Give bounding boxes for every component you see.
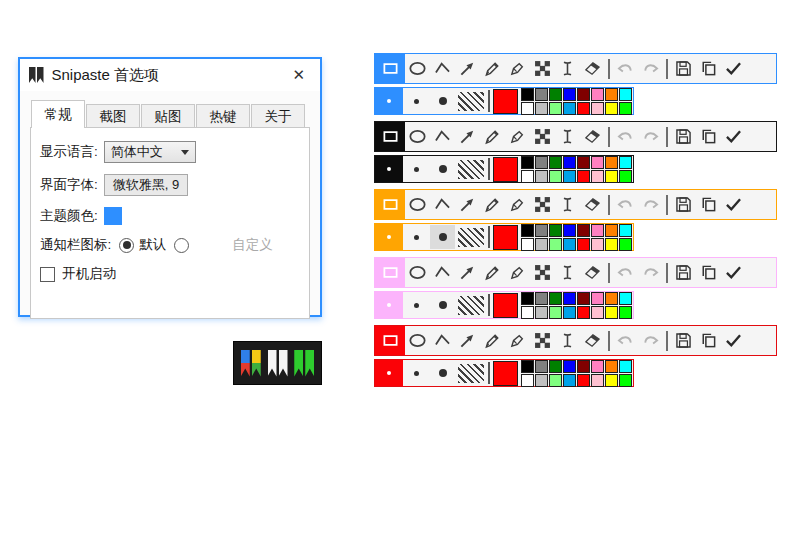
redo-button[interactable] (638, 190, 663, 219)
rectangle-tool[interactable] (375, 122, 405, 151)
stroke-small-option[interactable] (404, 361, 429, 385)
redo-button[interactable] (638, 122, 663, 151)
palette-color-swatch[interactable] (521, 102, 534, 115)
palette-color-swatch[interactable] (521, 170, 534, 183)
rectangle-tool[interactable] (375, 190, 405, 219)
palette-color-swatch[interactable] (591, 102, 604, 115)
palette-color-swatch[interactable] (577, 374, 590, 387)
palette-color-swatch[interactable] (563, 224, 576, 237)
palette-color-swatch[interactable] (549, 292, 562, 305)
arrow-tool[interactable] (455, 326, 480, 355)
stroke-size-preview[interactable] (375, 292, 403, 318)
arrow-tool[interactable] (455, 54, 480, 83)
tray-icon-white[interactable] (268, 350, 288, 377)
tray-custom-radio[interactable] (174, 238, 189, 253)
marker-tool[interactable] (505, 258, 530, 287)
palette-color-swatch[interactable] (577, 306, 590, 319)
save-button[interactable] (671, 190, 696, 219)
current-color-swatch[interactable] (493, 293, 518, 318)
palette-color-swatch[interactable] (619, 292, 632, 305)
palette-color-swatch[interactable] (591, 238, 604, 251)
tab-hotkeys[interactable]: 热键 (196, 104, 250, 128)
palette-color-swatch[interactable] (535, 360, 548, 373)
save-button[interactable] (671, 122, 696, 151)
stroke-medium-option[interactable] (430, 293, 455, 317)
palette-color-swatch[interactable] (577, 224, 590, 237)
save-button[interactable] (671, 326, 696, 355)
mosaic-tool[interactable] (530, 190, 555, 219)
stroke-size-preview[interactable] (375, 156, 403, 182)
stroke-medium-option[interactable] (430, 361, 455, 385)
palette-color-swatch[interactable] (619, 170, 632, 183)
text-tool[interactable] (555, 326, 580, 355)
pencil-tool[interactable] (480, 190, 505, 219)
palette-color-swatch[interactable] (619, 360, 632, 373)
text-tool[interactable] (555, 122, 580, 151)
tray-icon-colored[interactable] (241, 350, 261, 377)
undo-button[interactable] (613, 190, 638, 219)
confirm-button[interactable] (721, 122, 746, 151)
palette-color-swatch[interactable] (535, 88, 548, 101)
palette-color-swatch[interactable] (535, 238, 548, 251)
palette-color-swatch[interactable] (605, 102, 618, 115)
eraser-tool[interactable] (580, 54, 605, 83)
tab-about[interactable]: 关于 (251, 104, 305, 128)
palette-color-swatch[interactable] (521, 374, 534, 387)
marker-tool[interactable] (505, 54, 530, 83)
dialog-titlebar[interactable]: Snipaste 首选项 ✕ (20, 59, 320, 91)
palette-color-swatch[interactable] (591, 306, 604, 319)
palette-color-swatch[interactable] (619, 238, 632, 251)
mosaic-tool[interactable] (530, 326, 555, 355)
undo-button[interactable] (613, 122, 638, 151)
pencil-tool[interactable] (480, 54, 505, 83)
polyline-tool[interactable] (430, 122, 455, 151)
redo-button[interactable] (638, 326, 663, 355)
polyline-tool[interactable] (430, 190, 455, 219)
palette-color-swatch[interactable] (577, 292, 590, 305)
autostart-checkbox[interactable] (40, 267, 55, 282)
palette-color-swatch[interactable] (521, 292, 534, 305)
polyline-tool[interactable] (430, 326, 455, 355)
stroke-medium-option[interactable] (430, 89, 455, 113)
palette-color-swatch[interactable] (549, 224, 562, 237)
marker-tool[interactable] (505, 326, 530, 355)
rectangle-tool[interactable] (375, 54, 405, 83)
palette-color-swatch[interactable] (535, 306, 548, 319)
palette-color-swatch[interactable] (563, 374, 576, 387)
stroke-size-preview[interactable] (375, 360, 403, 386)
rectangle-tool[interactable] (375, 258, 405, 287)
confirm-button[interactable] (721, 326, 746, 355)
stroke-medium-option[interactable] (430, 225, 455, 249)
palette-color-swatch[interactable] (619, 156, 632, 169)
pencil-tool[interactable] (480, 326, 505, 355)
text-tool[interactable] (555, 54, 580, 83)
palette-color-swatch[interactable] (521, 156, 534, 169)
palette-color-swatch[interactable] (521, 238, 534, 251)
rectangle-tool[interactable] (375, 326, 405, 355)
tab-general[interactable]: 常规 (31, 100, 85, 128)
palette-color-swatch[interactable] (535, 374, 548, 387)
palette-color-swatch[interactable] (563, 238, 576, 251)
palette-color-swatch[interactable] (563, 170, 576, 183)
stroke-small-option[interactable] (404, 293, 429, 317)
marker-tool[interactable] (505, 122, 530, 151)
language-select[interactable]: 简体中文 (104, 141, 196, 163)
stroke-size-preview[interactable] (375, 88, 403, 114)
redo-button[interactable] (638, 258, 663, 287)
palette-color-swatch[interactable] (619, 88, 632, 101)
arrow-tool[interactable] (455, 258, 480, 287)
hatch-pattern-option[interactable] (455, 293, 486, 317)
eraser-tool[interactable] (580, 326, 605, 355)
tab-screenshot[interactable]: 截图 (86, 104, 140, 128)
undo-button[interactable] (613, 258, 638, 287)
palette-color-swatch[interactable] (591, 88, 604, 101)
stroke-small-option[interactable] (404, 157, 429, 181)
save-button[interactable] (671, 258, 696, 287)
copy-button[interactable] (696, 54, 721, 83)
ellipse-tool[interactable] (405, 258, 430, 287)
copy-button[interactable] (696, 258, 721, 287)
text-tool[interactable] (555, 190, 580, 219)
stroke-medium-option[interactable] (430, 157, 455, 181)
pencil-tool[interactable] (480, 258, 505, 287)
pencil-tool[interactable] (480, 122, 505, 151)
